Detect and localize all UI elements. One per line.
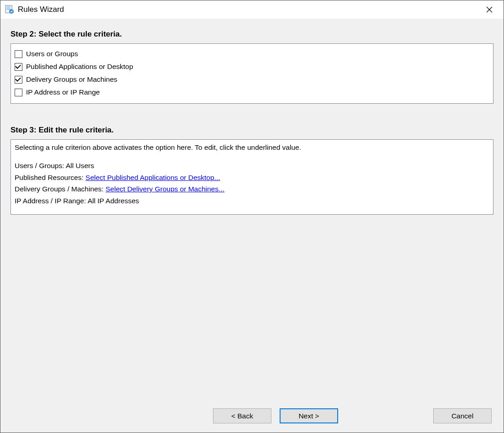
edit-prefix: IP Address / IP Range:	[15, 197, 88, 205]
back-button[interactable]: < Back	[213, 408, 271, 423]
checkbox-users[interactable]	[15, 50, 22, 58]
edit-criteria-box: Selecting a rule criterion above activat…	[11, 139, 493, 215]
link-select-published[interactable]: Select Published Applications or Desktop…	[85, 174, 220, 181]
edit-prefix: Delivery Groups / Machines:	[15, 185, 106, 193]
edit-prefix: Published Resources:	[15, 174, 85, 181]
criteria-label: IP Address or IP Range	[26, 88, 100, 96]
spacer	[11, 224, 493, 404]
button-gap	[346, 408, 425, 423]
edit-prefix: Users / Groups:	[15, 162, 66, 169]
criteria-label: Delivery Groups or Machines	[26, 75, 117, 84]
next-button[interactable]: Next >	[280, 408, 338, 423]
edit-hint: Selecting a rule criterion above activat…	[15, 143, 489, 152]
criteria-item-ip-range[interactable]: IP Address or IP Range	[15, 86, 489, 99]
close-icon	[486, 6, 493, 13]
title-bar: Rules Wizard	[0, 0, 504, 19]
criteria-label: Users or Groups	[26, 50, 78, 58]
edit-line-published: Published Resources: Select Published Ap…	[15, 172, 489, 184]
checkbox-delivery-groups[interactable]	[15, 76, 22, 84]
dialog-body: Step 2: Select the rule criteria. Users …	[0, 19, 504, 433]
edit-line-delivery: Delivery Groups / Machines: Select Deliv…	[15, 183, 489, 195]
step2-header: Step 2: Select the rule criteria.	[11, 30, 493, 39]
cancel-button[interactable]: Cancel	[433, 408, 492, 423]
criteria-item-delivery-groups[interactable]: Delivery Groups or Machines	[15, 73, 489, 86]
edit-line-users: Users / Groups: All Users	[15, 160, 489, 172]
criteria-item-published-apps[interactable]: Published Applications or Desktop	[15, 60, 489, 73]
button-row: < Back Next > Cancel	[11, 404, 493, 423]
edit-value-users: All Users	[66, 162, 94, 169]
checkbox-published-apps[interactable]	[15, 63, 22, 71]
wizard-icon	[5, 5, 14, 14]
link-select-delivery[interactable]: Select Delivery Groups or Machines...	[106, 185, 224, 193]
checkbox-ip-range[interactable]	[15, 89, 22, 96]
close-button[interactable]	[479, 2, 500, 17]
window-title: Rules Wizard	[18, 5, 479, 14]
criteria-label: Published Applications or Desktop	[26, 63, 133, 71]
edit-value-ip: All IP Addresses	[88, 197, 139, 205]
edit-line-ip: IP Address / IP Range: All IP Addresses	[15, 195, 489, 207]
step3-header: Step 3: Edit the rule criteria.	[11, 126, 493, 135]
criteria-item-users[interactable]: Users or Groups	[15, 48, 489, 60]
criteria-list: Users or Groups Published Applications o…	[11, 43, 493, 104]
